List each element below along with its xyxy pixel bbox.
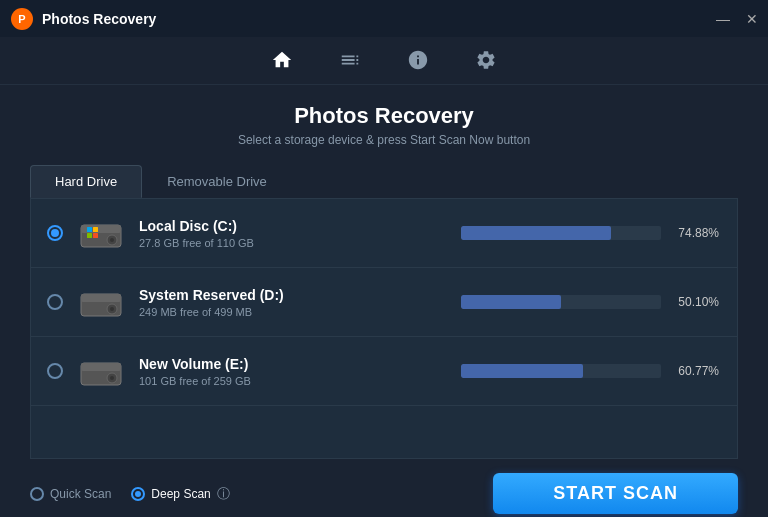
drive-item-c[interactable]: Local Disc (C:) 27.8 GB free of 110 GB 7… [31,199,737,268]
drive-icon-c [77,213,125,253]
drive-name-e: New Volume (E:) [139,356,461,372]
drive-radio-d[interactable] [47,294,63,310]
drive-name-d: System Reserved (D:) [139,287,461,303]
app-logo-icon: P [10,7,34,31]
drive-tabs: Hard Drive Removable Drive [30,165,738,199]
deep-scan-radio[interactable] [131,487,145,501]
tab-hard-drive[interactable]: Hard Drive [30,165,142,198]
scan-options: Quick Scan Deep Scan ⓘ [30,485,493,503]
page-subtitle: Select a storage device & press Start Sc… [30,133,738,147]
drive-name-c: Local Disc (C:) [139,218,461,234]
main-content: Photos Recovery Select a storage device … [0,85,768,459]
settings-nav-icon[interactable] [467,45,505,80]
start-scan-button[interactable]: START SCAN [493,473,738,514]
svg-point-17 [110,376,114,380]
page-title: Photos Recovery [30,103,738,129]
svg-rect-15 [81,363,121,371]
svg-rect-5 [93,227,98,232]
drive-info-d: System Reserved (D:) 249 MB free of 499 … [139,287,461,318]
tab-removable-drive[interactable]: Removable Drive [142,165,292,198]
title-bar: P Photos Recovery — ✕ [0,0,768,37]
drive-progress-e: 60.77% [461,364,721,378]
drive-item-d[interactable]: System Reserved (D:) 249 MB free of 499 … [31,268,737,337]
quick-scan-option[interactable]: Quick Scan [30,487,111,501]
deep-scan-option[interactable]: Deep Scan ⓘ [131,485,229,503]
drive-icon-d [77,282,125,322]
svg-text:P: P [18,13,25,25]
drive-radio-c[interactable] [47,225,63,241]
drive-info-e: New Volume (E:) 101 GB free of 259 GB [139,356,461,387]
drive-space-d: 249 MB free of 499 MB [139,306,461,318]
deep-scan-label: Deep Scan [151,487,210,501]
info-nav-icon[interactable] [399,45,437,80]
svg-point-9 [110,238,114,242]
progress-pct-e: 60.77% [671,364,719,378]
drive-space-c: 27.8 GB free of 110 GB [139,237,461,249]
drive-space-e: 101 GB free of 259 GB [139,375,461,387]
drive-info-c: Local Disc (C:) 27.8 GB free of 110 GB [139,218,461,249]
close-button[interactable]: ✕ [746,11,758,27]
drive-list: Local Disc (C:) 27.8 GB free of 110 GB 7… [30,199,738,459]
svg-point-13 [110,307,114,311]
progress-bar-fill-e [461,364,583,378]
drive-radio-e[interactable] [47,363,63,379]
quick-scan-label: Quick Scan [50,487,111,501]
home-nav-icon[interactable] [263,45,301,80]
drive-progress-c: 74.88% [461,226,721,240]
progress-bar-bg-c [461,226,661,240]
deep-scan-info-icon[interactable]: ⓘ [217,485,230,503]
progress-bar-bg-d [461,295,661,309]
svg-rect-4 [87,227,92,232]
progress-bar-fill-d [461,295,561,309]
drive-icon-e [77,351,125,391]
list-nav-icon[interactable] [331,45,369,80]
progress-pct-c: 74.88% [671,226,719,240]
bottom-bar: Quick Scan Deep Scan ⓘ START SCAN [0,459,768,517]
svg-rect-6 [87,233,92,238]
svg-rect-7 [93,233,98,238]
progress-pct-d: 50.10% [671,295,719,309]
svg-rect-11 [81,294,121,302]
progress-bar-fill-c [461,226,611,240]
drive-item-e[interactable]: New Volume (E:) 101 GB free of 259 GB 60… [31,337,737,406]
top-nav [0,37,768,85]
app-title: Photos Recovery [42,11,156,27]
drive-progress-d: 50.10% [461,295,721,309]
progress-bar-bg-e [461,364,661,378]
window-controls: — ✕ [716,11,758,27]
minimize-button[interactable]: — [716,11,730,27]
quick-scan-radio[interactable] [30,487,44,501]
